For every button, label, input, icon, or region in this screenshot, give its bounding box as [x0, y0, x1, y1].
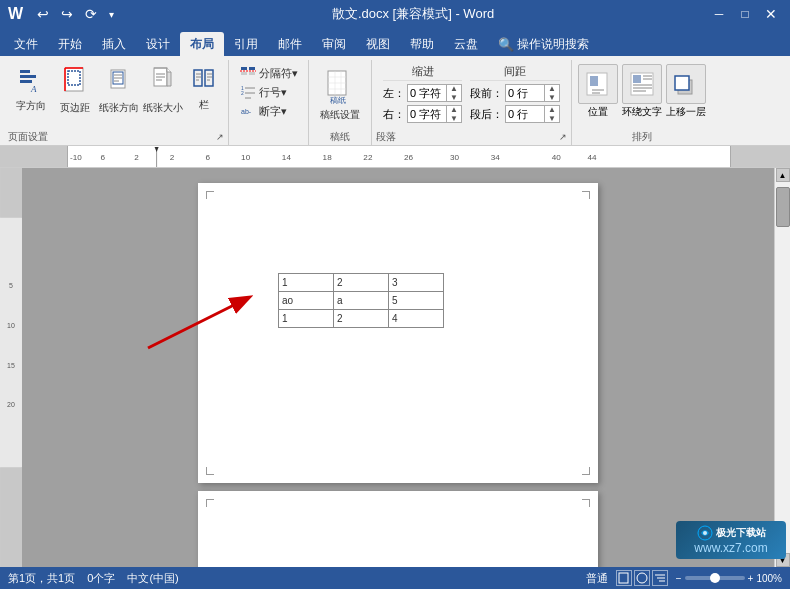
- indent-right-field[interactable]: [408, 106, 446, 122]
- autosave-button[interactable]: ⟳: [81, 4, 101, 24]
- orientation-button[interactable]: 纸张方向: [98, 64, 140, 117]
- table-cell-r2c1[interactable]: ao: [279, 292, 334, 310]
- vertical-scrollbar[interactable]: ▲ ▼: [774, 168, 790, 567]
- tab-design[interactable]: 设计: [136, 32, 180, 56]
- scroll-track[interactable]: [776, 182, 790, 553]
- svg-text:6: 6: [205, 153, 210, 162]
- indent-left-field[interactable]: [408, 85, 446, 101]
- columns-button[interactable]: 栏: [186, 64, 222, 114]
- tab-layout[interactable]: 布局: [180, 32, 224, 56]
- table-cell-r1c2[interactable]: 2: [334, 274, 389, 292]
- spacing-before-down[interactable]: ▼: [545, 93, 559, 102]
- spacing-after-input[interactable]: ▲ ▼: [505, 105, 560, 123]
- indent-right-down[interactable]: ▼: [447, 114, 461, 123]
- svg-rect-28: [249, 72, 255, 75]
- zoom-control: − + 100%: [676, 573, 782, 584]
- position-button[interactable]: [578, 64, 618, 104]
- table-cell-r3c3[interactable]: 4: [389, 310, 444, 328]
- redo-button[interactable]: ↪: [57, 4, 77, 24]
- word-count: 0个字: [87, 571, 115, 586]
- svg-text:34: 34: [491, 153, 501, 162]
- page-corner-tr: [582, 191, 590, 199]
- tab-view[interactable]: 视图: [356, 32, 400, 56]
- page-setup-expand-icon[interactable]: ↗: [216, 132, 224, 142]
- paragraph-expand-icon[interactable]: ↗: [559, 132, 567, 142]
- breaks-button[interactable]: 分隔符▾: [236, 64, 302, 82]
- spacing-title: 间距: [470, 64, 560, 81]
- tab-help[interactable]: 帮助: [400, 32, 444, 56]
- view-mode: 普通: [586, 571, 608, 586]
- wrap-text-button[interactable]: [622, 64, 662, 104]
- table-cell-r2c3[interactable]: 5: [389, 292, 444, 310]
- indent-left-down[interactable]: ▼: [447, 93, 461, 102]
- customize-qa-button[interactable]: ▾: [105, 7, 118, 22]
- page2-corner-tl: [206, 499, 214, 507]
- wrap-text-container: 环绕文字: [622, 64, 662, 119]
- table-cell-r1c1[interactable]: 1: [279, 274, 334, 292]
- view-outline-button[interactable]: [652, 570, 668, 586]
- zoom-slider-thumb[interactable]: [710, 573, 720, 583]
- indent-left-up[interactable]: ▲: [447, 84, 461, 93]
- table-cell-r1c3[interactable]: 3: [389, 274, 444, 292]
- ruler: -10 6 2 2 6 10 14 18 22 26 30 34 40 44: [0, 146, 790, 168]
- scroll-thumb[interactable]: [776, 187, 790, 227]
- watermark: 极光下载站 www.xz7.com: [676, 521, 786, 559]
- indent-right-up[interactable]: ▲: [447, 105, 461, 114]
- scroll-up-button[interactable]: ▲: [776, 168, 790, 182]
- view-print-button[interactable]: [616, 570, 632, 586]
- document-area[interactable]: 1 2 3 ao a 5 1 2 4: [22, 168, 774, 567]
- view-web-icon: [636, 572, 648, 584]
- orientation-label: 纸张方向: [99, 101, 139, 115]
- text-direction-button[interactable]: A 字方向: [10, 64, 52, 115]
- maximize-button[interactable]: □: [734, 3, 756, 25]
- columns-label: 栏: [199, 98, 209, 112]
- svg-text:18: 18: [323, 153, 333, 162]
- ruler-marks[interactable]: -10 6 2 2 6 10 14 18 22 26 30 34 40 44: [68, 146, 730, 167]
- tab-references[interactable]: 引用: [224, 32, 268, 56]
- zoom-minus[interactable]: −: [676, 573, 682, 584]
- bring-forward-button[interactable]: [666, 64, 706, 104]
- orientation-icon: [105, 66, 133, 101]
- zoom-slider[interactable]: [685, 576, 745, 580]
- spacing-after-up[interactable]: ▲: [545, 105, 559, 114]
- tab-file[interactable]: 文件: [4, 32, 48, 56]
- margins-button[interactable]: 页边距: [54, 64, 96, 117]
- svg-rect-73: [0, 218, 22, 467]
- tab-home[interactable]: 开始: [48, 32, 92, 56]
- tab-review[interactable]: 审阅: [312, 32, 356, 56]
- tab-mailings[interactable]: 邮件: [268, 32, 312, 56]
- spacing-after-down[interactable]: ▼: [545, 114, 559, 123]
- indent-right-input[interactable]: ▲ ▼: [407, 105, 462, 123]
- document-table[interactable]: 1 2 3 ao a 5 1 2 4: [278, 273, 444, 328]
- indent-left-row: 左： ▲ ▼: [383, 84, 462, 102]
- tab-cloud[interactable]: 云盘: [444, 32, 488, 56]
- spacing-before-input[interactable]: ▲ ▼: [505, 84, 560, 102]
- spacing-before-field[interactable]: [506, 85, 544, 101]
- tab-insert[interactable]: 插入: [92, 32, 136, 56]
- table-cell-r2c2[interactable]: a: [334, 292, 389, 310]
- spacing-before-up[interactable]: ▲: [545, 84, 559, 93]
- undo-button[interactable]: ↩: [33, 4, 53, 24]
- hyphenation-button[interactable]: ab- 断字▾: [236, 102, 291, 120]
- view-web-button[interactable]: [634, 570, 650, 586]
- minimize-button[interactable]: ─: [708, 3, 730, 25]
- watermark-content: 极光下载站: [697, 525, 766, 541]
- svg-rect-27: [249, 67, 255, 70]
- tab-search[interactable]: 🔍 操作说明搜索: [488, 32, 599, 56]
- indent-left-input[interactable]: ▲ ▼: [407, 84, 462, 102]
- line-number-button[interactable]: 1 2 行号▾: [236, 83, 291, 101]
- spacing-after-row: 段后： ▲ ▼: [470, 105, 560, 123]
- svg-rect-26: [241, 72, 247, 75]
- size-button[interactable]: 纸张大小: [142, 64, 184, 117]
- table-cell-r3c2[interactable]: 2: [334, 310, 389, 328]
- watermark-url: www.xz7.com: [694, 541, 767, 555]
- svg-text:26: 26: [404, 153, 414, 162]
- table-cell-r3c1[interactable]: 1: [279, 310, 334, 328]
- svg-text:-10: -10: [70, 153, 82, 162]
- draft-settings-button[interactable]: 稿纸 稿纸设置: [315, 67, 365, 124]
- window-title: 散文.docx [兼容模式] - Word: [118, 5, 708, 23]
- ruler-svg: -10 6 2 2 6 10 14 18 22 26 30 34 40 44: [68, 146, 730, 167]
- close-button[interactable]: ✕: [760, 3, 782, 25]
- spacing-after-field[interactable]: [506, 106, 544, 122]
- zoom-plus[interactable]: +: [748, 573, 754, 584]
